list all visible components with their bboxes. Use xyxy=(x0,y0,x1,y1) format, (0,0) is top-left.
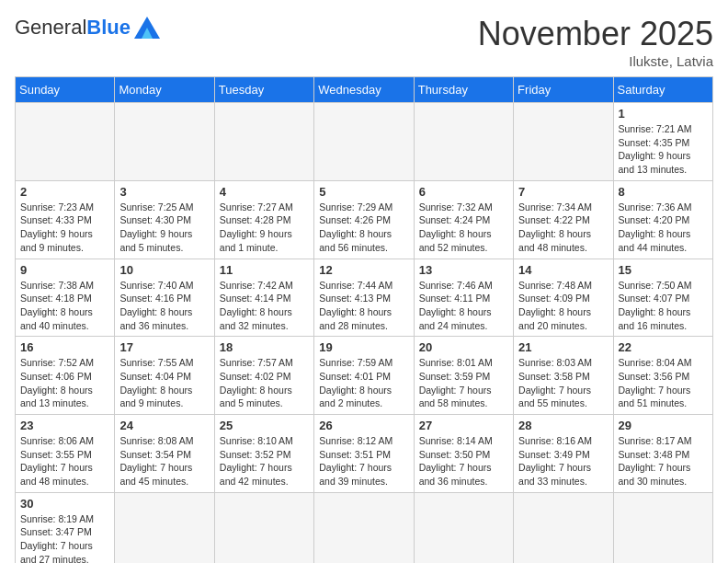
table-row: 19Sunrise: 7:59 AMSunset: 4:01 PMDayligh… xyxy=(314,337,414,415)
day-number: 11 xyxy=(220,263,309,277)
table-row: 3Sunrise: 7:25 AMSunset: 4:30 PMDaylight… xyxy=(115,180,214,259)
day-number: 13 xyxy=(419,263,508,277)
day-number: 21 xyxy=(518,340,608,354)
day-info: Sunrise: 7:46 AMSunset: 4:11 PMDaylight:… xyxy=(419,279,508,333)
day-info: Sunrise: 8:04 AMSunset: 3:56 PMDaylight:… xyxy=(619,356,708,410)
calendar-row: 2Sunrise: 7:23 AMSunset: 4:33 PMDaylight… xyxy=(16,180,713,259)
title-area: November 2025 Ilukste, Latvia xyxy=(478,15,713,69)
day-info: Sunrise: 7:44 AMSunset: 4:13 PMDaylight:… xyxy=(319,279,408,333)
day-number: 26 xyxy=(319,419,408,432)
table-row: 24Sunrise: 8:08 AMSunset: 3:54 PMDayligh… xyxy=(115,415,214,493)
table-row: 17Sunrise: 7:55 AMSunset: 4:04 PMDayligh… xyxy=(115,337,214,415)
day-number: 19 xyxy=(319,340,408,354)
table-row: 30Sunrise: 8:19 AMSunset: 3:47 PMDayligh… xyxy=(16,492,115,563)
calendar-row: 1Sunrise: 7:21 AMSunset: 4:35 PMDaylight… xyxy=(16,103,713,181)
day-number: 23 xyxy=(20,419,109,432)
day-number: 8 xyxy=(619,185,708,199)
calendar-row: 23Sunrise: 8:06 AMSunset: 3:55 PMDayligh… xyxy=(16,415,713,493)
empty-cell xyxy=(514,492,613,563)
table-row: 27Sunrise: 8:14 AMSunset: 3:50 PMDayligh… xyxy=(414,415,513,493)
table-row: 16Sunrise: 7:52 AMSunset: 4:06 PMDayligh… xyxy=(16,337,115,415)
day-info: Sunrise: 8:12 AMSunset: 3:51 PMDaylight:… xyxy=(319,434,408,488)
day-number: 16 xyxy=(20,340,109,354)
day-number: 4 xyxy=(220,185,309,199)
table-row: 23Sunrise: 8:06 AMSunset: 3:55 PMDayligh… xyxy=(16,415,115,493)
empty-cell xyxy=(314,492,414,563)
table-row: 10Sunrise: 7:40 AMSunset: 4:16 PMDayligh… xyxy=(115,259,214,337)
day-info: Sunrise: 7:34 AMSunset: 4:22 PMDaylight:… xyxy=(518,201,608,255)
empty-cell xyxy=(115,103,214,181)
day-info: Sunrise: 7:59 AMSunset: 4:01 PMDaylight:… xyxy=(319,356,408,410)
calendar-row: 30Sunrise: 8:19 AMSunset: 3:47 PMDayligh… xyxy=(16,492,713,563)
day-info: Sunrise: 8:14 AMSunset: 3:50 PMDaylight:… xyxy=(419,434,508,488)
table-row: 9Sunrise: 7:38 AMSunset: 4:18 PMDaylight… xyxy=(16,259,115,337)
day-info: Sunrise: 7:27 AMSunset: 4:28 PMDaylight:… xyxy=(220,201,309,255)
page-header: GeneralBlue November 2025 Ilukste, Latvi… xyxy=(15,15,713,69)
day-info: Sunrise: 7:50 AMSunset: 4:07 PMDaylight:… xyxy=(619,279,708,333)
day-number: 27 xyxy=(419,419,508,432)
day-number: 20 xyxy=(419,340,508,354)
logo-text: GeneralBlue xyxy=(15,16,131,39)
empty-cell xyxy=(115,492,214,563)
day-info: Sunrise: 8:10 AMSunset: 3:52 PMDaylight:… xyxy=(220,434,309,488)
day-number: 25 xyxy=(220,419,309,432)
table-row: 18Sunrise: 7:57 AMSunset: 4:02 PMDayligh… xyxy=(214,337,313,415)
table-row: 6Sunrise: 7:32 AMSunset: 4:24 PMDaylight… xyxy=(414,180,513,259)
table-row: 14Sunrise: 7:48 AMSunset: 4:09 PMDayligh… xyxy=(514,259,613,337)
table-row: 13Sunrise: 7:46 AMSunset: 4:11 PMDayligh… xyxy=(414,259,513,337)
day-number: 5 xyxy=(319,185,408,199)
header-monday: Monday xyxy=(115,77,214,103)
table-row: 25Sunrise: 8:10 AMSunset: 3:52 PMDayligh… xyxy=(214,415,313,493)
day-number: 12 xyxy=(319,263,408,277)
day-number: 17 xyxy=(119,340,209,354)
day-number: 1 xyxy=(619,107,708,121)
weekday-header-row: Sunday Monday Tuesday Wednesday Thursday… xyxy=(16,77,713,103)
empty-cell xyxy=(314,103,414,181)
day-info: Sunrise: 8:03 AMSunset: 3:58 PMDaylight:… xyxy=(518,356,608,410)
header-wednesday: Wednesday xyxy=(314,77,414,103)
table-row: 1Sunrise: 7:21 AMSunset: 4:35 PMDaylight… xyxy=(613,103,712,181)
header-friday: Friday xyxy=(514,77,613,103)
table-row: 2Sunrise: 7:23 AMSunset: 4:33 PMDaylight… xyxy=(16,180,115,259)
table-row: 26Sunrise: 8:12 AMSunset: 3:51 PMDayligh… xyxy=(314,415,414,493)
day-info: Sunrise: 7:36 AMSunset: 4:20 PMDaylight:… xyxy=(619,201,708,255)
table-row: 8Sunrise: 7:36 AMSunset: 4:20 PMDaylight… xyxy=(613,180,712,259)
day-number: 18 xyxy=(220,340,309,354)
table-row: 22Sunrise: 8:04 AMSunset: 3:56 PMDayligh… xyxy=(613,337,712,415)
logo: GeneralBlue xyxy=(15,15,162,40)
day-info: Sunrise: 8:06 AMSunset: 3:55 PMDaylight:… xyxy=(20,434,109,488)
day-info: Sunrise: 7:40 AMSunset: 4:16 PMDaylight:… xyxy=(119,279,209,333)
logo-icon xyxy=(132,15,162,40)
empty-cell xyxy=(214,492,313,563)
table-row: 20Sunrise: 8:01 AMSunset: 3:59 PMDayligh… xyxy=(414,337,513,415)
month-title: November 2025 xyxy=(478,15,713,53)
day-info: Sunrise: 7:55 AMSunset: 4:04 PMDaylight:… xyxy=(119,356,209,410)
day-info: Sunrise: 7:57 AMSunset: 4:02 PMDaylight:… xyxy=(220,356,309,410)
empty-cell xyxy=(414,492,513,563)
day-number: 28 xyxy=(518,419,608,432)
day-number: 3 xyxy=(119,185,209,199)
day-number: 6 xyxy=(419,185,508,199)
calendar-row: 16Sunrise: 7:52 AMSunset: 4:06 PMDayligh… xyxy=(16,337,713,415)
day-info: Sunrise: 8:01 AMSunset: 3:59 PMDaylight:… xyxy=(419,356,508,410)
day-info: Sunrise: 7:21 AMSunset: 4:35 PMDaylight:… xyxy=(619,122,708,177)
header-thursday: Thursday xyxy=(414,77,513,103)
table-row: 12Sunrise: 7:44 AMSunset: 4:13 PMDayligh… xyxy=(314,259,414,337)
day-info: Sunrise: 7:52 AMSunset: 4:06 PMDaylight:… xyxy=(20,356,109,410)
day-info: Sunrise: 7:48 AMSunset: 4:09 PMDaylight:… xyxy=(518,279,608,333)
table-row: 21Sunrise: 8:03 AMSunset: 3:58 PMDayligh… xyxy=(514,337,613,415)
table-row: 15Sunrise: 7:50 AMSunset: 4:07 PMDayligh… xyxy=(613,259,712,337)
empty-cell xyxy=(514,103,613,181)
empty-cell xyxy=(613,492,712,563)
logo-blue: Blue xyxy=(86,16,131,39)
day-info: Sunrise: 8:16 AMSunset: 3:49 PMDaylight:… xyxy=(518,434,608,488)
day-number: 24 xyxy=(119,419,209,432)
day-info: Sunrise: 7:32 AMSunset: 4:24 PMDaylight:… xyxy=(419,201,508,255)
header-saturday: Saturday xyxy=(613,77,712,103)
empty-cell xyxy=(16,103,115,181)
day-info: Sunrise: 7:23 AMSunset: 4:33 PMDaylight:… xyxy=(20,201,109,255)
day-info: Sunrise: 7:38 AMSunset: 4:18 PMDaylight:… xyxy=(20,279,109,333)
table-row: 4Sunrise: 7:27 AMSunset: 4:28 PMDaylight… xyxy=(214,180,313,259)
calendar-row: 9Sunrise: 7:38 AMSunset: 4:18 PMDaylight… xyxy=(16,259,713,337)
table-row: 11Sunrise: 7:42 AMSunset: 4:14 PMDayligh… xyxy=(214,259,313,337)
